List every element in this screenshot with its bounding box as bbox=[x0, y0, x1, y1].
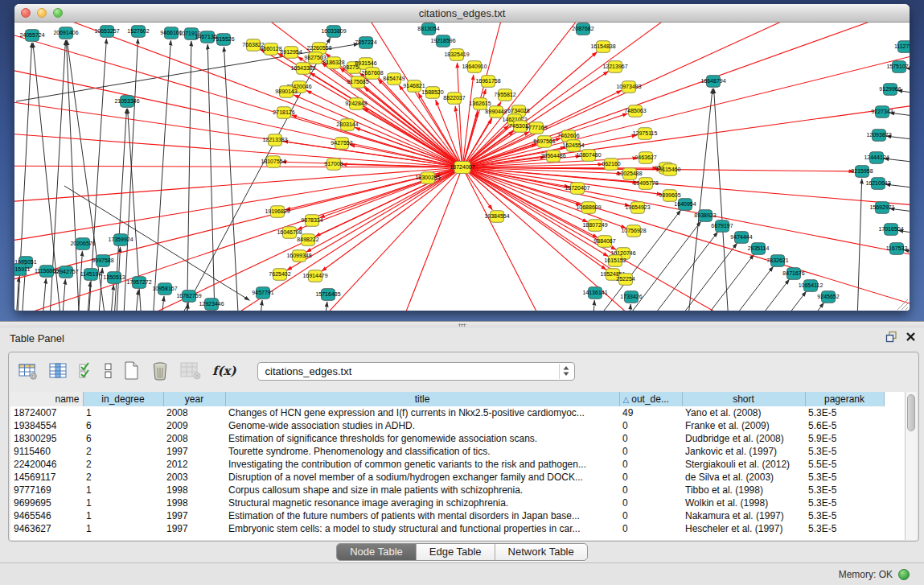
table-cell[interactable]: Estimation of significance thresholds fo… bbox=[225, 432, 619, 445]
tab-network-table[interactable]: Network Table bbox=[495, 544, 587, 560]
table-cell[interactable]: Changes of HCN gene expression and I(f) … bbox=[225, 406, 619, 419]
table-cell[interactable]: de Silva et al. (2003) bbox=[682, 471, 805, 484]
table-cell[interactable]: 9465546 bbox=[10, 509, 83, 522]
column-header-name[interactable]: name bbox=[10, 392, 83, 406]
table-cell[interactable]: 1997 bbox=[163, 522, 225, 535]
table-cell[interactable]: 5.9E-5 bbox=[805, 432, 884, 445]
table-row[interactable]: 946362711997Embryonic stem cells: a mode… bbox=[10, 522, 905, 535]
table-cell[interactable]: 2009 bbox=[163, 419, 225, 432]
table-cell[interactable]: 1998 bbox=[163, 496, 225, 509]
table-row[interactable]: 2242004622012Investigating the contribut… bbox=[10, 458, 905, 471]
table-row[interactable]: 1456911722003Disruption of a novel membe… bbox=[10, 471, 905, 484]
table-cell[interactable]: 1998 bbox=[163, 484, 225, 496]
table-cell[interactable]: 19384554 bbox=[10, 419, 83, 432]
table-cell[interactable]: 2008 bbox=[163, 406, 225, 419]
table-cell[interactable]: Tibbo et al. (1998) bbox=[682, 484, 805, 496]
table-cell[interactable]: Corpus callosum shape and size in male p… bbox=[225, 484, 619, 496]
table-cell[interactable]: 0 bbox=[619, 509, 682, 522]
table-settings-icon[interactable] bbox=[18, 363, 38, 380]
table-cell[interactable]: 5.3E-5 bbox=[805, 406, 884, 419]
table-cell[interactable]: Investigating the contribution of common… bbox=[225, 458, 619, 471]
table-cell[interactable]: 6 bbox=[83, 419, 163, 432]
table-cell[interactable]: 0 bbox=[619, 419, 682, 432]
new-table-icon[interactable] bbox=[124, 361, 140, 381]
row-height-icon[interactable] bbox=[105, 363, 113, 379]
table-scrollbar[interactable] bbox=[905, 392, 917, 540]
table-cell[interactable]: Franke et al. (2009) bbox=[682, 419, 805, 432]
table-cell[interactable]: 49 bbox=[619, 406, 682, 419]
table-cell[interactable]: Estimation of the future numbers of pati… bbox=[225, 509, 619, 522]
table-cell[interactable]: 1997 bbox=[163, 445, 225, 458]
table-cell[interactable]: 0 bbox=[619, 432, 682, 445]
table-cell[interactable]: Dudbridge et al. (2008) bbox=[682, 432, 805, 445]
table-cell[interactable]: Jankovic et al. (1997) bbox=[682, 445, 805, 458]
table-cell[interactable]: 2 bbox=[83, 471, 163, 484]
table-row[interactable]: 1938455462009Genome-wide association stu… bbox=[10, 419, 905, 432]
table-cell[interactable]: 0 bbox=[619, 445, 682, 458]
column-header-short[interactable]: short bbox=[682, 392, 805, 406]
table-cell[interactable]: 18724007 bbox=[10, 406, 83, 419]
table-cell[interactable]: 0 bbox=[619, 484, 682, 496]
table-cell[interactable]: 6 bbox=[83, 432, 163, 445]
table-cell[interactable]: 18300295 bbox=[10, 432, 83, 445]
table-cell[interactable]: 2008 bbox=[163, 432, 225, 445]
column-checklist-icon[interactable] bbox=[79, 362, 93, 380]
panel-splitter[interactable] bbox=[0, 321, 924, 328]
column-header-in-degree[interactable]: in_degree bbox=[83, 392, 163, 406]
table-cell[interactable]: 5.6E-5 bbox=[805, 419, 884, 432]
table-cell[interactable]: Embryonic stem cells: a model to study s… bbox=[225, 522, 619, 535]
table-cell[interactable]: Tourette syndrome. Phenomenology and cla… bbox=[225, 445, 619, 458]
table-cell[interactable]: 2 bbox=[83, 458, 163, 471]
tab-node-table[interactable]: Node Table bbox=[337, 544, 417, 560]
table-cell[interactable]: 0 bbox=[619, 458, 682, 471]
table-cell[interactable]: Disruption of a novel member of a sodium… bbox=[225, 471, 619, 484]
table-row[interactable]: 969969511998Structural magnetic resonanc… bbox=[10, 496, 905, 509]
table-cell[interactable]: 2 bbox=[83, 445, 163, 458]
table-cell[interactable]: 2003 bbox=[163, 471, 225, 484]
table-cell[interactable]: 9777169 bbox=[10, 484, 83, 496]
table-row[interactable]: 946554611997Estimation of the future num… bbox=[10, 509, 905, 522]
table-cell[interactable]: 1 bbox=[83, 522, 163, 535]
table-cell[interactable]: 1 bbox=[83, 509, 163, 522]
table-cell[interactable]: 5.3E-5 bbox=[805, 471, 884, 484]
memory-indicator-icon[interactable] bbox=[898, 569, 910, 580]
table-cell[interactable]: 2012 bbox=[163, 458, 225, 471]
network-window-titlebar[interactable]: citations_edges.txt bbox=[14, 4, 910, 23]
table-cell[interactable]: 5.3E-5 bbox=[805, 496, 884, 509]
table-cell[interactable]: 5.3E-5 bbox=[805, 522, 884, 535]
column-header-pagerank[interactable]: pagerank bbox=[805, 392, 884, 406]
table-cell[interactable]: 5.3E-5 bbox=[805, 484, 884, 496]
table-cell[interactable]: Wolkin et al. (1998) bbox=[682, 496, 805, 509]
table-cell[interactable]: 9463627 bbox=[10, 522, 83, 535]
table-row[interactable]: 977716911998Corpus callosum shape and si… bbox=[10, 484, 905, 496]
table-cell[interactable]: Genome-wide association studies in ADHD. bbox=[225, 419, 619, 432]
table-cell[interactable]: 1997 bbox=[163, 509, 225, 522]
table-cell[interactable]: 1 bbox=[83, 496, 163, 509]
table-cell[interactable]: 5.3E-5 bbox=[805, 509, 884, 522]
table-cell[interactable]: 0 bbox=[619, 522, 682, 535]
table-cell[interactable]: 1 bbox=[83, 484, 163, 496]
table-row[interactable]: 911546021997Tourette syndrome. Phenomeno… bbox=[10, 445, 905, 458]
table-cell[interactable]: 9699695 bbox=[10, 496, 83, 509]
table-cell[interactable]: 0 bbox=[619, 471, 682, 484]
delete-rows-icon[interactable] bbox=[151, 361, 169, 381]
tab-edge-table[interactable]: Edge Table bbox=[417, 544, 495, 560]
delete-table-icon[interactable] bbox=[180, 362, 201, 380]
table-cell[interactable]: 14569117 bbox=[10, 471, 83, 484]
network-canvas[interactable]: 7663822966012889129542226055898275038186… bbox=[14, 23, 910, 311]
table-cell[interactable]: Stergiakouli et al. (2012) bbox=[682, 458, 805, 471]
close-panel-icon[interactable] bbox=[906, 332, 916, 342]
column-header-title[interactable]: title bbox=[225, 392, 619, 406]
table-cell[interactable]: 22420046 bbox=[10, 458, 83, 471]
show-columns-icon[interactable] bbox=[49, 363, 68, 379]
network-table-selector[interactable]: citations_edges.txt bbox=[257, 362, 575, 381]
table-row[interactable]: 1830029562008Estimation of significance … bbox=[10, 432, 905, 445]
table-cell[interactable]: 5.3E-5 bbox=[805, 445, 884, 458]
table-cell[interactable]: Nakamura et al. (1997) bbox=[682, 509, 805, 522]
table-cell[interactable]: 1 bbox=[83, 406, 163, 419]
function-builder-icon[interactable]: f(x) bbox=[212, 364, 236, 378]
table-cell[interactable]: 0 bbox=[619, 496, 682, 509]
table-cell[interactable]: Yano et al. (2008) bbox=[682, 406, 805, 419]
table-scrollbar-thumb[interactable] bbox=[907, 394, 915, 431]
float-panel-icon[interactable] bbox=[885, 331, 897, 343]
